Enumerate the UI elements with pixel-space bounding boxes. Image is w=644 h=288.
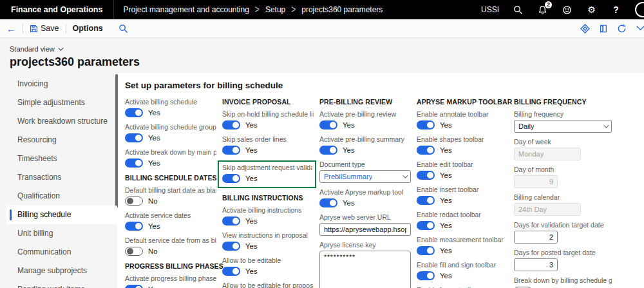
breadcrumb-module[interactable]: Project management and accounting [123,5,249,14]
breadcrumb-setup[interactable]: Setup [265,5,285,14]
power-apps-icon[interactable] [580,24,590,34]
toggle-knob [135,160,142,166]
search-icon[interactable] [513,5,524,15]
toggle-activate-billing-schedule-groups[interactable] [125,133,143,142]
view-selector[interactable]: Standard view [10,45,62,53]
notifications-icon[interactable]: 2 [537,5,548,15]
toggle-enable-fill-and-sign-toolbar[interactable] [417,271,435,280]
section-apryse-markup-toolbar: APRYSE MARKUP TOOLBAR [417,98,508,106]
field-label: Enable edit toolbar [417,160,508,168]
field-label: Enable fill and sign toolbar [417,261,508,269]
section-billing-instructions: BILLING INSTRUCTIONS [222,194,314,202]
toggle-state: Yes [245,146,258,154]
breadcrumb-page[interactable]: projects360 parameters [301,5,383,14]
toggle-activate-service-dates[interactable] [125,222,143,231]
toggle-row: Yes [222,173,312,184]
field-skip-adjustment-request-validation: Skip adjustment request validationYes [222,164,312,184]
toggle-knob [427,247,433,254]
toggle-activate-break-down-by-main-pro[interactable] [125,158,143,168]
toggle-activate-apryse-markup-tool[interactable] [319,198,337,207]
refresh-icon[interactable] [617,24,627,34]
select-value: PrebilSummary [324,173,372,180]
toggle-state: Yes [440,121,452,129]
select-document-type[interactable]: PrebilSummary [319,170,411,183]
field-days-for-posted-target-date: Days for posted target date3 [514,249,612,271]
sidebar-item-invoicing[interactable]: Invoicing [6,75,117,93]
field-activate-progress-billing-phases: Activate progress billing phasesYes [125,274,216,288]
toggle-state: Yes [148,222,160,230]
field-label: Enable redact toolbar [417,211,508,218]
field-label: Billing frequency [514,110,612,118]
toggle-row: Yes [125,158,216,168]
toggle-row: Yes [222,216,314,226]
toggle-allow-to-be-editable[interactable] [222,267,240,276]
toggle-skip-adjustment-request-validation[interactable] [222,174,240,183]
toggle-enable-edit-toolbar[interactable] [417,171,435,180]
toggle-activate-pre-billing-review[interactable] [319,120,337,130]
environment-label[interactable]: USSI [481,5,499,14]
clipped-edge-icon[interactable] [636,24,644,34]
toggle-knob [232,147,239,153]
toggle-skip-on-hold-billing-schedule-lines[interactable] [222,120,240,130]
sidebar-item-work-breakdown-structure[interactable]: Work breakdown structure [6,112,117,131]
input-days-for-validation-target-date[interactable]: 2 [514,231,558,244]
sidebar-item-simple-adjustments[interactable]: Simple adjustments [6,93,117,112]
toggle-default-service-date-from-as-blank[interactable] [125,247,143,256]
toggle-knob [427,197,433,204]
toggle-view-instructions-in-proposal[interactable] [222,242,240,251]
field-day-of-month: Day of month9 [514,166,612,188]
save-button[interactable]: Save [30,24,59,33]
toggle-enable-shapes-toolbar[interactable] [417,146,435,155]
feedback-smiley-icon[interactable] [562,5,573,15]
sidebar-item-communication[interactable]: Communication [6,243,117,262]
toggle-activate-progress-billing-phases[interactable] [125,285,143,288]
toggle-default-billing-start-date-as-blank[interactable] [125,197,143,206]
toggle-state: Yes [148,285,160,288]
sidebar-item-billing-schedule[interactable]: Billing schedule [6,206,117,224]
toggle-row: Yes [125,133,216,143]
toggle-state: Yes [245,267,258,275]
account-avatar[interactable] [635,2,644,17]
toggle-state: Yes [245,175,258,182]
sidebar-item-unit-billing[interactable]: Unit billing [6,224,117,243]
chevron-down-icon [58,45,63,50]
settings-gear-icon[interactable]: ⚙ [586,5,597,15]
toggle-knob [232,122,239,128]
input-apryse-web-server-url[interactable]: https://aprysewebapp.hsopro... [319,223,411,236]
select-billing-frequency[interactable]: Daily [514,120,612,133]
input-value: 2 [549,233,553,241]
toggle-activate-pre-billing-summary[interactable] [319,146,337,155]
sidebar-item-resourcing[interactable]: Resourcing [6,131,117,149]
input-value: 9 [549,178,553,186]
form-column-4: APRYSE MARKUP TOOLBAREnable annotate too… [417,98,508,288]
toggle-skip-sales-order-lines[interactable] [222,146,240,155]
toggle-enable-insert-toolbar[interactable] [417,196,435,205]
help-icon[interactable]: ? [611,5,621,15]
sidebar-item-timesheets[interactable]: Timesheets [6,149,117,168]
notification-badge: 2 [545,1,552,8]
sidebar-item-transactions[interactable]: Transactions [6,168,117,187]
options-button[interactable]: Options [73,24,103,33]
toggle-row: Yes [222,145,314,155]
toggle-knob [232,268,239,274]
toggle-activate-billing-instructions[interactable] [222,216,240,226]
textarea-apryse-license-key[interactable]: ********** [319,251,411,288]
toggle-enable-annotate-toolbar[interactable] [417,120,435,130]
field-label: View instructions in proposal [222,231,314,239]
toggle-activate-billing-schedule[interactable] [125,108,143,117]
search-icon[interactable] [118,24,128,34]
toggle-state: Yes [343,199,355,207]
save-label: Save [41,24,59,33]
field-label: Enable annotate toolbar [417,110,508,118]
sidebar-item-pending-work-items[interactable]: Pending work items [6,280,117,288]
toggle-state: Yes [148,134,160,142]
input-days-for-posted-target-date[interactable]: 3 [514,258,558,271]
sidebar-item-qualification[interactable]: Qualification [6,187,117,206]
sidebar-item-manage-subprojects[interactable]: Manage subprojects [6,262,117,280]
field-enable-annotate-toolbar: Enable annotate toolbarYes [417,110,508,130]
open-in-office-icon[interactable] [599,24,608,34]
back-arrow-icon[interactable]: ← [6,24,16,34]
app-name[interactable]: Finance and Operations [0,5,113,14]
toggle-enable-redact-toolbar[interactable] [417,221,435,230]
toggle-enable-measurement-toolbar[interactable] [417,246,435,255]
